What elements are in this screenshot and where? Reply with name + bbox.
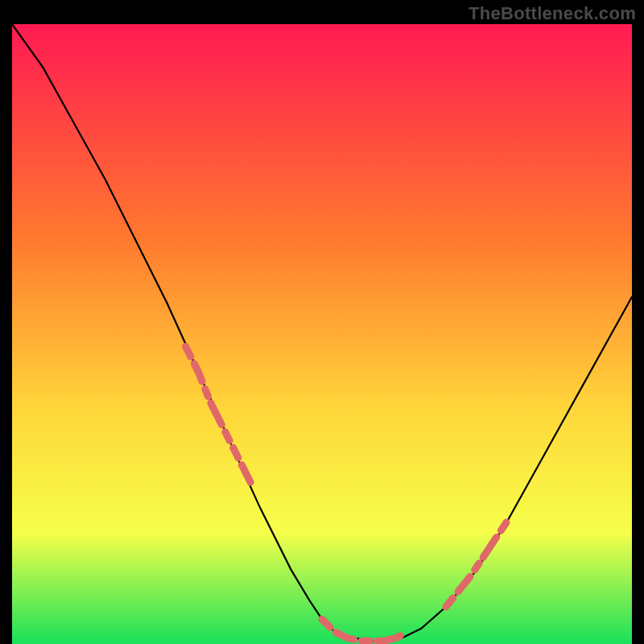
watermark-text: TheBottleneck.com (469, 3, 636, 24)
gradient-background (12, 24, 632, 644)
plot-svg (12, 24, 632, 644)
plot-area (12, 24, 632, 644)
chart-frame: TheBottleneck.com (0, 0, 644, 644)
